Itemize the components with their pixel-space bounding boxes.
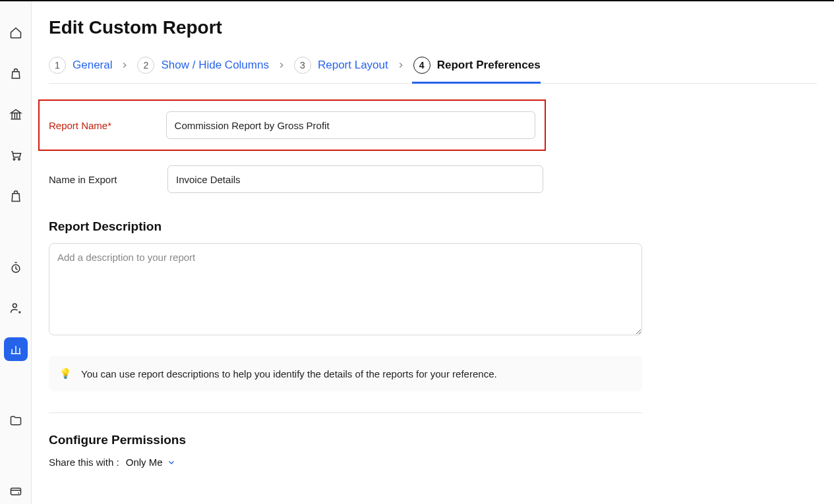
bag-icon[interactable] [4, 62, 28, 86]
step-report-preferences[interactable]: 4 Report Preferences [413, 57, 541, 74]
step-nav: 1 General 2 Show / Hide Columns 3 Report… [49, 57, 817, 84]
bank-icon[interactable] [4, 103, 28, 126]
shopping-bag-icon[interactable] [4, 184, 28, 208]
step-show-hide-columns[interactable]: 2 Show / Hide Columns [137, 57, 268, 74]
step-report-layout[interactable]: 3 Report Layout [294, 57, 388, 74]
user-settings-icon[interactable] [4, 296, 28, 320]
tip-box: 💡 You can use report descriptions to hel… [49, 356, 642, 391]
svg-rect-4 [11, 488, 20, 495]
bar-chart-icon[interactable] [4, 337, 28, 361]
page-title: Edit Custom Report [49, 17, 817, 38]
sidebar [0, 1, 32, 504]
cart-icon[interactable] [4, 144, 28, 167]
home-icon[interactable] [4, 21, 28, 45]
divider [49, 412, 642, 413]
step-number: 1 [49, 57, 66, 74]
step-label: Report Preferences [437, 59, 541, 72]
name-in-export-label: Name in Export [49, 174, 141, 185]
chevron-right-icon [277, 61, 286, 70]
lightbulb-icon: 💡 [59, 368, 72, 379]
share-value: Only Me [126, 457, 163, 468]
step-label: General [73, 59, 112, 72]
svg-point-0 [13, 159, 15, 161]
report-name-row: Report Name* [38, 99, 546, 151]
timer-icon[interactable] [4, 256, 28, 279]
svg-point-3 [13, 304, 16, 308]
report-description-heading: Report Description [49, 219, 817, 234]
folder-icon[interactable] [4, 408, 28, 432]
name-in-export-row: Name in Export [49, 165, 817, 193]
form-section: Report Name* Name in Export Report Descr… [49, 84, 817, 468]
chevron-right-icon [120, 61, 129, 70]
name-in-export-input[interactable] [167, 165, 543, 193]
report-name-input[interactable] [166, 111, 535, 139]
report-description-textarea[interactable] [49, 243, 642, 335]
step-number: 3 [294, 57, 311, 74]
step-general[interactable]: 1 General [49, 57, 112, 74]
step-number: 4 [413, 57, 431, 74]
share-select[interactable]: Only Me [126, 457, 176, 468]
chevron-right-icon [396, 61, 405, 70]
report-name-label: Report Name* [49, 120, 140, 131]
main-content: Edit Custom Report 1 General 2 Show / Hi… [32, 1, 834, 504]
step-number: 2 [137, 57, 154, 74]
card-icon[interactable] [4, 480, 28, 503]
svg-point-1 [18, 159, 20, 161]
share-row: Share this with : Only Me [49, 457, 817, 468]
tip-text: You can use report descriptions to help … [81, 368, 497, 379]
share-label: Share this with : [49, 457, 119, 468]
step-label: Show / Hide Columns [161, 59, 268, 72]
chevron-down-icon [167, 458, 176, 467]
configure-permissions-heading: Configure Permissions [49, 433, 817, 447]
step-label: Report Layout [318, 59, 388, 72]
